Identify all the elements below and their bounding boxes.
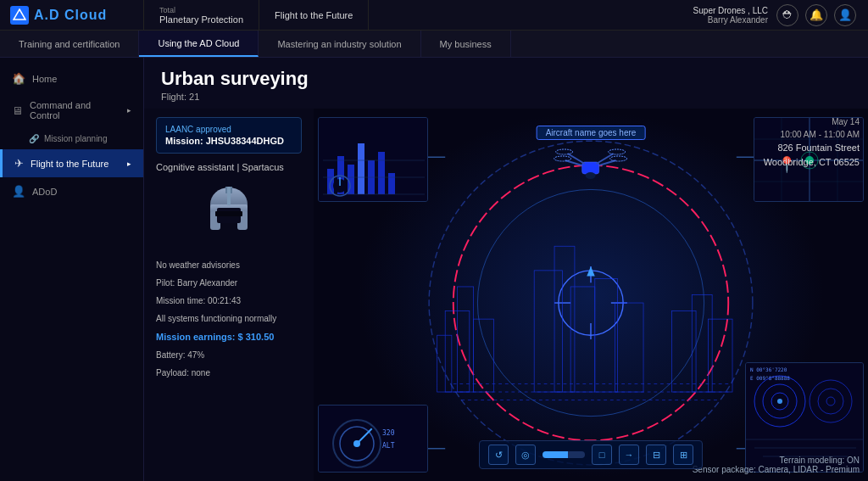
flight-address2: Woodbridge, CT 06525 <box>764 155 860 170</box>
battery-info: Battery: 47% <box>156 349 302 361</box>
left-panel: LAANC approved Mission: JHSU38344DHGD Co… <box>144 109 314 481</box>
top-nav-items: Total Planetary Protection Flight to the… <box>144 0 682 30</box>
toolbar-btn-grid[interactable]: ⊞ <box>673 445 693 465</box>
top-right-info: May 14 10:00 AM - 11:00 AM 826 Fountain … <box>764 115 860 169</box>
center-hud: Aircraft name goes here <box>314 109 868 481</box>
command-icon: 🖥 <box>12 104 23 117</box>
top-bar: A.D Cloud Total Planetary Protection Fli… <box>0 0 868 31</box>
toolbar-slider[interactable] <box>542 451 585 458</box>
systems-status: All systems functioning normally <box>156 312 302 325</box>
tab-training[interactable]: Training and certification <box>0 31 139 57</box>
adod-icon: 👤 <box>12 185 25 198</box>
mission-time: Mission time: 00:21:43 <box>156 294 302 307</box>
content-area: Urban surveying Flight: 21 LAANC approve… <box>144 58 868 481</box>
user-info: Super Drones , LLC Barry Alexander <box>693 6 768 25</box>
logo-icon <box>10 6 29 25</box>
sidebar-item-home[interactable]: 🏠 Home <box>0 64 143 92</box>
bottom-overlay: Terrain modeling: ON Sensor package: Cam… <box>693 456 860 474</box>
weather-info: No weather advisories <box>156 259 302 271</box>
toolbar-btn-arrow[interactable]: → <box>619 445 639 465</box>
svg-point-74 <box>777 399 782 404</box>
toolbar-btn-rotate[interactable]: ↺ <box>488 445 509 465</box>
tab-my-business[interactable]: My business <box>421 31 511 57</box>
bell-icon[interactable]: 🔔 <box>805 4 827 26</box>
flight-date: May 14 <box>764 115 860 128</box>
bottom-toolbar: ↺ ◎ □ → ⊟ ⊞ <box>479 440 703 469</box>
payload-info: Payload: none <box>156 366 302 379</box>
page-title: Urban surveying <box>161 68 851 90</box>
drone-area: Aircraft name goes here <box>537 126 646 187</box>
top-nav-item-1[interactable]: Flight to the Future <box>259 0 369 30</box>
sidebar-item-flight[interactable]: ✈ Flight to the Future ▸ <box>0 149 143 177</box>
top-nav-item-0[interactable]: Total Planetary Protection <box>144 0 259 30</box>
profile-icon[interactable]: 👤 <box>834 4 856 26</box>
flight-time: 10:00 AM - 11:00 AM <box>764 128 860 141</box>
toolbar-btn-panel[interactable]: ⊟ <box>646 445 666 465</box>
sidebar-item-command[interactable]: 🖥 Command and Control ▸ <box>0 92 143 128</box>
aircraft-label: Aircraft name goes here <box>537 126 646 140</box>
svg-point-34 <box>586 172 596 179</box>
mission-id: Mission: JHSU38344DHGD <box>165 136 292 146</box>
mission-info-box: LAANC approved Mission: JHSU38344DHGD <box>156 117 302 154</box>
svg-rect-8 <box>227 187 231 205</box>
main-layout: 🏠 Home 🖥 Command and Control ▸ 🔗 Mission… <box>0 58 868 481</box>
sensor-info: Sensor package: Camera, LIDAR - Premium <box>693 465 860 474</box>
svg-marker-0 <box>14 9 25 20</box>
toolbar-btn-circle[interactable]: ◎ <box>515 445 536 465</box>
user-area: Super Drones , LLC Barry Alexander ⛑ 🔔 👤 <box>682 0 868 30</box>
svg-point-39 <box>554 156 571 161</box>
second-nav: Training and certification Using the AD … <box>0 31 868 58</box>
svg-rect-6 <box>215 211 242 216</box>
svg-text:ALT: ALT <box>382 442 395 450</box>
svg-text:N 00°36'7220: N 00°36'7220 <box>750 366 787 372</box>
svg-text:E 009°8°88888: E 009°8°88888 <box>750 375 790 381</box>
svg-rect-51 <box>388 173 395 194</box>
svg-rect-50 <box>378 152 385 194</box>
chart-svg <box>319 118 428 202</box>
user-name: Barry Alexander <box>693 15 768 25</box>
svg-point-40 <box>610 156 627 161</box>
mini-panel-gauge: 320 ALT <box>318 405 428 473</box>
top-nav-sub-0: Total <box>159 6 243 14</box>
gauge-svg: 320 ALT <box>319 405 428 473</box>
pilot-info: Pilot: Barry Alexander <box>156 277 302 289</box>
terrain-info: Terrain modeling: ON <box>693 456 860 465</box>
flight-icon: ✈ <box>14 157 24 170</box>
user-company: Super Drones , LLC <box>693 6 768 15</box>
sidebar-item-mission-planning[interactable]: 🔗 Mission planning <box>0 128 143 149</box>
toolbar-btn-box[interactable]: □ <box>592 445 612 465</box>
laanc-label: LAANC approved <box>165 125 292 134</box>
home-icon: 🏠 <box>12 72 25 85</box>
sidebar-item-adod[interactable]: 👤 ADoD <box>0 177 143 205</box>
user-icons: ⛑ 🔔 👤 <box>776 4 856 26</box>
logo-area: A.D Cloud <box>0 0 144 30</box>
drone-icon <box>553 145 629 187</box>
earnings-info: Mission earnings: $ 310.50 <box>156 330 302 344</box>
dashboard: LAANC approved Mission: JHSU38344DHGD Co… <box>144 109 868 481</box>
flight-number: Flight: 21 <box>161 92 851 102</box>
cognitive-section: Cognitive assistant | Spartacus <box>156 162 302 379</box>
chevron-right-icon: ▸ <box>127 106 131 115</box>
top-nav-main-1: Flight to the Future <box>275 10 353 20</box>
spartan-helmet-icon <box>203 186 254 245</box>
tab-using-ad-cloud[interactable]: Using the AD Cloud <box>139 31 259 57</box>
svg-rect-33 <box>582 162 599 174</box>
svg-text:320: 320 <box>382 429 395 437</box>
helmet-icon-area <box>156 177 302 254</box>
cognitive-label: Cognitive assistant | Spartacus <box>156 162 302 172</box>
content-header: Urban surveying Flight: 21 <box>144 58 868 109</box>
chevron-right-icon-2: ▸ <box>127 159 131 168</box>
logo-text: A.D Cloud <box>34 8 107 23</box>
svg-point-42 <box>609 149 626 154</box>
helmet-icon[interactable]: ⛑ <box>776 4 798 26</box>
mission-icon: 🔗 <box>29 134 39 143</box>
sidebar: 🏠 Home 🖥 Command and Control ▸ 🔗 Mission… <box>0 58 144 481</box>
tab-mastering[interactable]: Mastering an industry solution <box>259 31 420 57</box>
mini-panel-chart <box>318 117 428 202</box>
svg-point-87 <box>353 440 360 447</box>
svg-rect-48 <box>358 143 364 194</box>
svg-point-41 <box>556 149 573 154</box>
flight-address1: 826 Fountain Street <box>764 141 860 155</box>
top-nav-main-0: Planetary Protection <box>159 14 243 25</box>
